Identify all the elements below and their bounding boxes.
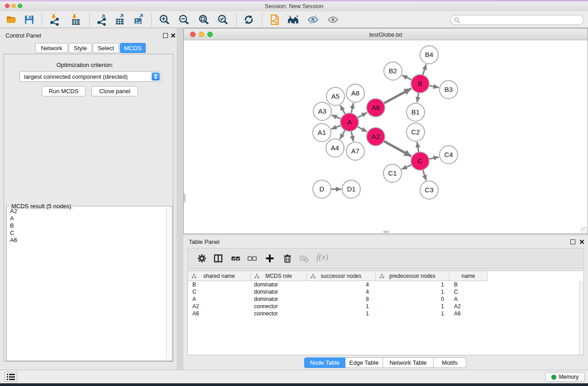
control-panel-tabs: NetworkStyleSelectMCDS bbox=[35, 43, 147, 53]
edge-C-C4[interactable] bbox=[429, 157, 439, 159]
toolbar-separator bbox=[42, 13, 42, 26]
table-row[interactable]: A6connector11A6 bbox=[188, 310, 579, 317]
window-resize-grip[interactable] bbox=[581, 227, 587, 233]
new-network-from-file-icon[interactable] bbox=[269, 14, 281, 26]
edge-B-B3[interactable] bbox=[430, 86, 439, 87]
dropdown-stepper-icon bbox=[152, 72, 160, 81]
edge-A-A1[interactable] bbox=[331, 125, 341, 129]
export-network-icon[interactable] bbox=[96, 14, 108, 26]
zoom-in-icon[interactable] bbox=[158, 14, 171, 26]
float-table-panel-icon[interactable] bbox=[570, 239, 575, 244]
zoom-out-icon[interactable] bbox=[178, 14, 190, 26]
tab-select[interactable]: Select bbox=[93, 43, 119, 53]
tab-edge-table[interactable]: Edge Table bbox=[345, 357, 383, 368]
select-all-icon[interactable] bbox=[231, 253, 241, 263]
table-cell: 1 bbox=[307, 303, 376, 310]
zoom-fit-icon[interactable] bbox=[198, 14, 210, 26]
node-label-A1: A1 bbox=[318, 129, 326, 136]
table-scrollbar[interactable] bbox=[579, 281, 583, 355]
hide-eye-icon[interactable] bbox=[307, 14, 319, 26]
mcds-result-item[interactable]: A2 bbox=[7, 208, 166, 215]
open-file-icon[interactable] bbox=[5, 14, 18, 26]
column-header-successor-nodes[interactable]: successor nodes bbox=[307, 271, 376, 281]
edge-C-C3[interactable] bbox=[423, 170, 426, 181]
node-label-C: C bbox=[418, 157, 423, 165]
mcds-result-item[interactable]: B bbox=[7, 222, 166, 229]
column-view-icon[interactable] bbox=[213, 253, 223, 263]
search-field[interactable] bbox=[450, 15, 584, 25]
edge-A-A7[interactable] bbox=[351, 132, 353, 142]
node-label-A4: A4 bbox=[331, 144, 339, 152]
import-table-icon[interactable] bbox=[69, 14, 81, 26]
table-cell: A bbox=[449, 295, 488, 303]
table-row[interactable]: Adominator80A bbox=[188, 295, 579, 303]
close-table-panel-icon[interactable] bbox=[579, 239, 584, 244]
column-header-predecessor-nodes[interactable]: predecessor nodes bbox=[376, 271, 449, 281]
edge-A-A2[interactable] bbox=[358, 127, 367, 132]
table-toolbar: f(x) bbox=[187, 248, 584, 269]
search-input[interactable] bbox=[462, 16, 581, 24]
edge-A-A8[interactable] bbox=[351, 103, 353, 113]
mcds-result-item[interactable]: C bbox=[7, 229, 166, 237]
gear-icon[interactable] bbox=[197, 253, 207, 263]
node-label-D: D bbox=[320, 185, 325, 193]
deselect-all-icon[interactable] bbox=[247, 253, 257, 263]
column-header-MCDS-role[interactable]: MCDS role bbox=[251, 271, 307, 281]
memory-button[interactable]: Memory bbox=[545, 372, 585, 382]
table-tabs: Node TableEdge TableNetwork TableMotifs bbox=[304, 357, 466, 368]
import-network-icon[interactable] bbox=[48, 14, 61, 26]
edge-B-B2[interactable] bbox=[402, 75, 411, 80]
close-panel-button[interactable]: Close panel bbox=[91, 86, 138, 96]
mcds-result-item[interactable]: A6 bbox=[7, 237, 166, 244]
show-eye-icon[interactable] bbox=[327, 14, 339, 26]
table-cell: connector bbox=[251, 310, 307, 317]
run-mcds-button[interactable]: Run MCDS bbox=[42, 86, 86, 96]
edge-B-B4[interactable] bbox=[423, 64, 426, 75]
column-header-shared-name[interactable]: shared name bbox=[188, 271, 251, 281]
float-panel-icon[interactable] bbox=[163, 33, 168, 38]
dropdown-value: largest connected component (directed) bbox=[24, 73, 128, 80]
node-label-B2: B2 bbox=[389, 67, 397, 75]
tab-network[interactable]: Network bbox=[35, 43, 68, 53]
delete-icon[interactable] bbox=[282, 253, 292, 263]
edge-A-A4[interactable] bbox=[340, 130, 345, 139]
mcds-result-box: MCDS result (5 nodes) A2ABCA6 bbox=[6, 206, 172, 361]
add-column-icon[interactable] bbox=[265, 253, 275, 263]
edge-A-A6[interactable] bbox=[358, 113, 367, 118]
network-canvas[interactable]: AA1A2A3A4A5A6A7A8BB1B2B3B4CC1C2C3C4DD1 bbox=[184, 40, 588, 234]
table-cell: 4 bbox=[307, 281, 376, 288]
tab-network-table[interactable]: Network Table bbox=[383, 357, 434, 368]
mcds-result-scrollbar[interactable] bbox=[166, 208, 172, 360]
export-table-icon[interactable] bbox=[114, 14, 126, 26]
toolbar-separator bbox=[236, 13, 237, 26]
edge-A2-C[interactable] bbox=[384, 141, 411, 156]
mcds-result-item[interactable]: A bbox=[7, 215, 166, 222]
table-cell: A6 bbox=[188, 310, 251, 317]
edge-C-C2[interactable] bbox=[417, 142, 418, 152]
network-vertical-scroll-thumb[interactable] bbox=[184, 194, 186, 202]
node-label-C2: C2 bbox=[411, 128, 420, 136]
edge-A6-B[interactable] bbox=[384, 88, 411, 103]
zoom-selected-icon[interactable] bbox=[217, 14, 229, 26]
table-row[interactable]: Cdominator41C bbox=[188, 288, 579, 295]
houses-icon[interactable] bbox=[287, 14, 299, 26]
edge-A-A3[interactable] bbox=[331, 115, 340, 119]
tab-node-table[interactable]: Node Table bbox=[304, 357, 345, 368]
column-header-name[interactable]: name bbox=[449, 271, 488, 281]
network-horizontal-scroll-thumb[interactable] bbox=[383, 231, 389, 233]
refresh-icon[interactable] bbox=[243, 14, 255, 26]
optimization-criterion-dropdown[interactable]: largest connected component (directed) bbox=[19, 71, 161, 82]
edge-C-C1[interactable] bbox=[402, 165, 411, 169]
task-history-button[interactable] bbox=[5, 372, 17, 382]
table-row[interactable]: Bdominator41B bbox=[188, 281, 579, 288]
close-panel-icon[interactable] bbox=[171, 33, 176, 38]
tab-style[interactable]: Style bbox=[69, 43, 92, 53]
toolbar-separator bbox=[151, 13, 152, 26]
edge-B-B1[interactable] bbox=[417, 93, 418, 103]
tab-mcds[interactable]: MCDS bbox=[120, 43, 146, 53]
table-row[interactable]: A2connector11A2 bbox=[188, 303, 579, 310]
edge-A-A5[interactable] bbox=[340, 105, 345, 114]
export-image-icon[interactable] bbox=[133, 14, 145, 26]
save-session-icon[interactable] bbox=[23, 14, 35, 26]
tab-motifs[interactable]: Motifs bbox=[434, 357, 466, 368]
